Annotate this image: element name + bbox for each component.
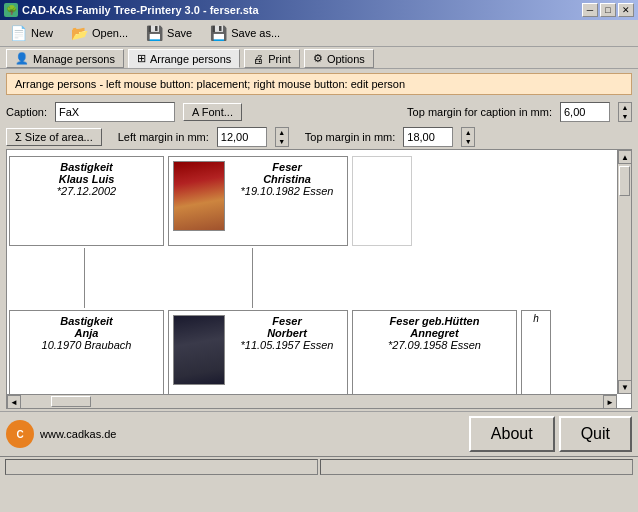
person-name: FeserNorbert	[231, 315, 343, 339]
person-text: BastigkeitKlaus Luis *27.12.2002	[14, 161, 159, 241]
connector-v-3	[163, 248, 253, 308]
top-margin2-spinner[interactable]: ▲ ▼	[461, 127, 475, 147]
cards-container: BastigkeitKlaus Luis *27.12.2002 FeserCh…	[7, 150, 617, 394]
scroll-right-button[interactable]: ►	[603, 395, 617, 408]
left-margin-label: Left margin in mm:	[118, 131, 209, 143]
window-title: CAD-KAS Family Tree-Printery 3.0 - ferse…	[22, 4, 259, 16]
svg-text:C: C	[16, 429, 23, 440]
tab-print-label: Print	[268, 53, 291, 65]
scroll-left-button[interactable]: ◄	[7, 395, 21, 408]
tab-manage-label: Manage persons	[33, 53, 115, 65]
bottom-area: C www.cadkas.de About Quit	[0, 411, 638, 456]
spin-down-top2-icon[interactable]: ▼	[462, 137, 474, 146]
controls-row-1: Caption: A Font... Top margin for captio…	[0, 99, 638, 125]
top-margin-input[interactable]	[560, 102, 610, 122]
tab-print[interactable]: 🖨 Print	[244, 49, 300, 68]
person-name: FeserChristina	[231, 161, 343, 185]
status-right	[320, 459, 633, 475]
tab-options-label: Options	[327, 53, 365, 65]
print-icon: 🖨	[253, 53, 264, 65]
app-icon: 🌳	[4, 3, 18, 17]
vertical-scrollbar[interactable]: ▲ ▼	[617, 150, 631, 394]
person-date: 10.1970 Braubach	[14, 339, 159, 351]
info-text: Arrange persons - left mouse button: pla…	[15, 78, 405, 90]
tab-arrange[interactable]: ⊞ Arrange persons	[128, 49, 240, 68]
size-area-button[interactable]: Σ Size of area...	[6, 128, 102, 146]
website-label: www.cadkas.de	[40, 428, 116, 440]
close-button[interactable]: ✕	[618, 3, 634, 17]
scroll-track-horizontal[interactable]	[21, 395, 603, 408]
left-margin-input[interactable]	[217, 127, 267, 147]
person-text: Feser geb.HüttenAnnegret *27.09.1958 Ess…	[357, 315, 512, 394]
save-button[interactable]: 💾 Save	[142, 23, 196, 43]
list-item[interactable]: BastigkeitAnja 10.1970 Braubach	[9, 310, 164, 394]
person-date: *19.10.1982 Essen	[231, 185, 343, 197]
toolbar: 📄 New 📂 Open... 💾 Save 💾 Save as...	[0, 20, 638, 47]
scroll-down-button[interactable]: ▼	[618, 380, 631, 394]
list-item[interactable]: BastigkeitKlaus Luis *27.12.2002	[9, 156, 164, 246]
options-icon: ⚙	[313, 52, 323, 65]
top-margin2-input[interactable]	[403, 127, 453, 147]
list-item[interactable]: FeserNorbert *11.05.1957 Essen	[168, 310, 348, 394]
list-item[interactable]: FeserChristina *19.10.1982 Essen	[168, 156, 348, 246]
new-label: New	[31, 27, 53, 39]
bottom-left: C www.cadkas.de	[6, 420, 116, 448]
about-button[interactable]: About	[469, 416, 555, 452]
title-buttons: ─ □ ✕	[582, 3, 634, 17]
caption-input[interactable]	[55, 102, 175, 122]
manage-icon: 👤	[15, 52, 29, 65]
controls-row-2: Σ Size of area... Left margin in mm: ▲ ▼…	[0, 125, 638, 149]
status-bar	[0, 456, 638, 477]
saveas-button[interactable]: 💾 Save as...	[206, 23, 284, 43]
tab-manage[interactable]: 👤 Manage persons	[6, 49, 124, 68]
partial-card: h	[521, 310, 551, 394]
canvas-area: BastigkeitKlaus Luis *27.12.2002 FeserCh…	[6, 149, 632, 409]
quit-button[interactable]: Quit	[559, 416, 632, 452]
scroll-up-button[interactable]: ▲	[618, 150, 631, 164]
connector-v-2	[85, 248, 163, 308]
list-item[interactable]: Feser geb.HüttenAnnegret *27.09.1958 Ess…	[352, 310, 517, 394]
scroll-thumb-vertical[interactable]	[619, 166, 630, 196]
person-date: *27.09.1958 Essen	[357, 339, 512, 351]
spin-up-left-icon[interactable]: ▲	[276, 128, 288, 137]
scroll-track-vertical[interactable]	[618, 164, 631, 380]
saveas-label: Save as...	[231, 27, 280, 39]
top-margin-spinner[interactable]: ▲ ▼	[618, 102, 632, 122]
font-button[interactable]: A Font...	[183, 103, 242, 121]
new-button[interactable]: 📄 New	[6, 23, 57, 43]
open-button[interactable]: 📂 Open...	[67, 23, 132, 43]
person-name: BastigkeitKlaus Luis	[14, 161, 159, 185]
spin-up-top2-icon[interactable]: ▲	[462, 128, 474, 137]
minimize-button[interactable]: ─	[582, 3, 598, 17]
person-name: BastigkeitAnja	[14, 315, 159, 339]
top-margin-label: Top margin for caption in mm:	[407, 106, 552, 118]
spin-up-icon[interactable]: ▲	[619, 103, 631, 112]
person-photo	[173, 161, 225, 231]
tab-arrange-label: Arrange persons	[150, 53, 231, 65]
new-icon: 📄	[10, 25, 27, 41]
connector-row	[7, 248, 617, 308]
saveas-icon: 💾	[210, 25, 227, 41]
person-date: *11.05.1957 Essen	[231, 339, 343, 351]
info-bar: Arrange persons - left mouse button: pla…	[6, 73, 632, 95]
empty-card-1	[352, 156, 412, 246]
card-row-2: BastigkeitAnja 10.1970 Braubach FeserNor…	[7, 308, 617, 394]
card-row-1: BastigkeitKlaus Luis *27.12.2002 FeserCh…	[7, 154, 617, 248]
cadkas-icon: C	[6, 420, 34, 448]
person-date: *27.12.2002	[14, 185, 159, 197]
left-margin-spinner[interactable]: ▲ ▼	[275, 127, 289, 147]
top-margin2-label: Top margin in mm:	[305, 131, 395, 143]
person-text: FeserChristina *19.10.1982 Essen	[229, 161, 343, 241]
save-icon: 💾	[146, 25, 163, 41]
spin-down-icon[interactable]: ▼	[619, 112, 631, 121]
person-name: Feser geb.HüttenAnnegret	[357, 315, 512, 339]
scroll-thumb-horizontal[interactable]	[51, 396, 91, 407]
person-text: BastigkeitAnja 10.1970 Braubach	[14, 315, 159, 394]
tab-options[interactable]: ⚙ Options	[304, 49, 374, 68]
spin-down-left-icon[interactable]: ▼	[276, 137, 288, 146]
title-bar: 🌳 CAD-KAS Family Tree-Printery 3.0 - fer…	[0, 0, 638, 20]
maximize-button[interactable]: □	[600, 3, 616, 17]
person-text: FeserNorbert *11.05.1957 Essen	[229, 315, 343, 394]
horizontal-scrollbar[interactable]: ◄ ►	[7, 394, 617, 408]
arrange-icon: ⊞	[137, 52, 146, 65]
